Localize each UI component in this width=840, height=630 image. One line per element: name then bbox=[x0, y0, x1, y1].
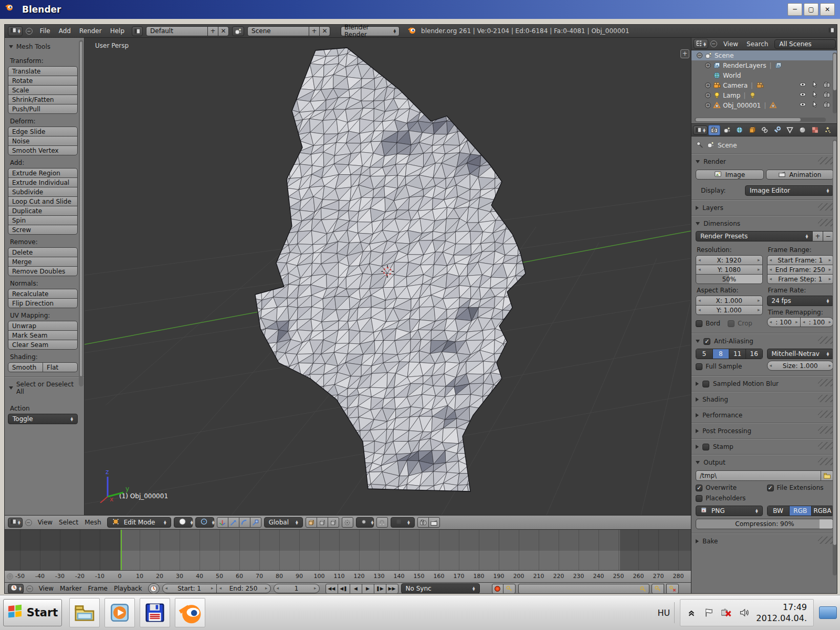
tool-button-edge-slide[interactable]: Edge Slide bbox=[8, 127, 78, 136]
remove-preset-button[interactable]: − bbox=[823, 231, 834, 242]
color-mode-bw[interactable]: BW bbox=[768, 506, 789, 516]
tool-button-flip-direction[interactable]: Flip Direction bbox=[8, 298, 78, 308]
timeline-resize-handle[interactable] bbox=[7, 573, 13, 580]
pivot-point-select[interactable]: ▲▼ bbox=[195, 517, 214, 528]
color-mode-rgb[interactable]: RGB bbox=[789, 506, 811, 516]
outliner-vertical-scrollbar[interactable] bbox=[833, 52, 837, 113]
tool-button-screw[interactable]: Screw bbox=[8, 225, 78, 235]
collapse-expander[interactable]: − bbox=[697, 52, 702, 58]
scene-field[interactable]: Scene bbox=[247, 26, 309, 36]
opengl-render-button[interactable] bbox=[417, 517, 429, 528]
current-frame-field[interactable]: ◂1▸ bbox=[274, 584, 320, 593]
timeline-menu-playback[interactable]: Playback bbox=[111, 585, 145, 592]
usb-error-tray-icon[interactable] bbox=[721, 607, 732, 618]
editor-type-button[interactable]: ▲▼ bbox=[8, 26, 23, 36]
menu-file[interactable]: File bbox=[36, 27, 55, 35]
expand-expander[interactable]: + bbox=[705, 102, 711, 108]
dimensions-panel-header[interactable]: Dimensions bbox=[696, 217, 834, 230]
outliner-menu-view[interactable]: View bbox=[719, 40, 742, 48]
properties-tab-modifiers[interactable] bbox=[771, 125, 783, 135]
renderability-camera-icon[interactable] bbox=[823, 91, 831, 100]
shading-panel-header[interactable]: Shading bbox=[696, 393, 834, 406]
render-engine-select[interactable]: Blender Render▲▼ bbox=[341, 26, 400, 36]
tool-button-delete[interactable]: Delete bbox=[8, 247, 78, 257]
use-preview-range-button[interactable] bbox=[148, 583, 160, 594]
flag-tray-icon[interactable] bbox=[704, 607, 714, 618]
viewport-menu-view[interactable]: View bbox=[35, 519, 56, 526]
placeholders-checkbox[interactable] bbox=[696, 495, 702, 502]
render-image-button[interactable]: Image bbox=[696, 170, 764, 180]
snap-toggle-button[interactable] bbox=[376, 517, 388, 528]
selectability-pointer-icon[interactable] bbox=[811, 91, 818, 100]
menu-render[interactable]: Render bbox=[75, 27, 106, 35]
tool-button-spin[interactable]: Spin bbox=[8, 215, 78, 225]
frame-step-field[interactable]: ◂Frame Step: 1▸ bbox=[767, 274, 834, 284]
sync-mode-select[interactable]: No Sync▲▼ bbox=[401, 583, 480, 594]
expand-expander[interactable]: + bbox=[705, 92, 711, 98]
time-remap-new-field[interactable]: ◂: 100▸ bbox=[800, 317, 834, 327]
tool-button-clear-seam[interactable]: Clear Seam bbox=[8, 340, 78, 350]
action-select[interactable]: Toggle▲▼ bbox=[8, 414, 78, 424]
outliner-menu-search[interactable]: Search bbox=[742, 40, 772, 48]
renderability-camera-icon[interactable] bbox=[823, 101, 831, 110]
shade-cube-button[interactable] bbox=[317, 517, 328, 528]
render-panel-header[interactable]: Render bbox=[696, 155, 834, 168]
tool-button-smooth-vertex[interactable]: Smooth Vertex bbox=[8, 145, 78, 155]
manipulator-translate-button[interactable] bbox=[228, 517, 239, 528]
anti-aliasing-panel-header[interactable]: ✓ Anti-Aliasing bbox=[696, 335, 834, 348]
chevron-up-tray-icon[interactable] bbox=[687, 608, 696, 617]
sampled-motion-blur-panel-header[interactable]: Sampled Motion Blur bbox=[696, 377, 834, 390]
visibility-eye-icon[interactable] bbox=[799, 81, 806, 90]
properties-scrollbar[interactable] bbox=[833, 140, 837, 575]
properties-tab-render[interactable] bbox=[708, 125, 720, 135]
tool-button-noise[interactable]: Noise bbox=[8, 136, 78, 146]
timeline-collapse-menus-button[interactable]: − bbox=[26, 585, 33, 592]
window-duplicate-icon[interactable] bbox=[828, 27, 835, 35]
properties-tab-world[interactable] bbox=[733, 125, 746, 135]
outliner-editor-type-button[interactable]: ▲▼ bbox=[694, 39, 708, 49]
properties-tab-constraints[interactable] bbox=[759, 125, 771, 135]
viewport-collapse-menus-button[interactable]: − bbox=[25, 519, 32, 526]
minimize-button[interactable]: ─ bbox=[788, 3, 802, 16]
time-remap-old-field[interactable]: ◂: 100▸ bbox=[767, 317, 801, 327]
crop-checkbox[interactable] bbox=[728, 320, 734, 327]
timeline-editor-type-button[interactable]: ▲▼ bbox=[8, 584, 24, 594]
render-animation-button[interactable]: Animation bbox=[766, 170, 834, 180]
tool-button-shrink-fatten[interactable]: Shrink/Fatten bbox=[8, 94, 78, 104]
border-checkbox[interactable] bbox=[696, 320, 702, 327]
end-frame-field[interactable]: ◂End Frame: 250▸ bbox=[767, 265, 834, 275]
speaker-tray-icon[interactable] bbox=[739, 607, 750, 618]
transform-orientation-select[interactable]: Global▲▼ bbox=[264, 517, 303, 528]
insert-keyframe-button[interactable] bbox=[652, 584, 664, 594]
tool-button-remove-doubles[interactable]: Remove Doubles bbox=[8, 266, 78, 276]
outliner-horizontal-scrollbar[interactable] bbox=[695, 118, 826, 122]
file-explorer-taskbar-icon[interactable] bbox=[69, 598, 100, 627]
occlude-cube-button[interactable] bbox=[328, 517, 339, 528]
aa-size-field[interactable]: ◂Size: 1.000▸ bbox=[767, 361, 834, 371]
next-keyframe-button[interactable]: ❚▶ bbox=[374, 584, 386, 594]
play-button[interactable]: ▶ bbox=[362, 584, 374, 594]
outliner-item-renderlayers[interactable]: +RenderLayers| bbox=[691, 60, 837, 70]
tool-button-scale[interactable]: Scale bbox=[8, 85, 78, 95]
menu-help[interactable]: Help bbox=[106, 27, 129, 35]
timeline-menu-frame[interactable]: Frame bbox=[85, 585, 111, 592]
overwrite-checkbox[interactable]: ✓ bbox=[696, 485, 702, 491]
aa-filter-select[interactable]: Mitchell-Netrav▲▼ bbox=[767, 349, 834, 359]
close-button[interactable]: ✕ bbox=[820, 3, 835, 16]
renderability-camera-icon[interactable] bbox=[823, 81, 831, 90]
panel-checkbox[interactable] bbox=[702, 381, 709, 387]
compression-slider[interactable]: Compression: 90% bbox=[696, 519, 834, 529]
timeline-frame-scale[interactable]: -50-40-30-20-100102030405060708090100110… bbox=[5, 570, 691, 582]
play-reverse-button[interactable]: ◀ bbox=[350, 584, 362, 594]
panel-checkbox[interactable] bbox=[702, 444, 709, 450]
opengl-render-anim-button[interactable] bbox=[428, 517, 440, 528]
viewport-editor-type-button[interactable]: ▲▼ bbox=[8, 518, 23, 528]
properties-tab-scene[interactable] bbox=[721, 125, 733, 135]
scene-icon-button[interactable] bbox=[232, 26, 244, 36]
aa-samples-11[interactable]: 11 bbox=[729, 349, 746, 359]
tool-button-unwrap[interactable]: Unwrap bbox=[8, 321, 78, 331]
delete-layout-button[interactable]: ✕ bbox=[218, 26, 229, 36]
resolution-percentage-slider[interactable]: 50% bbox=[696, 274, 763, 284]
tool-button-push-pull[interactable]: Push/Pull bbox=[8, 104, 78, 114]
aspect-y-field[interactable]: ◂Y: 1.000▸ bbox=[696, 305, 763, 315]
